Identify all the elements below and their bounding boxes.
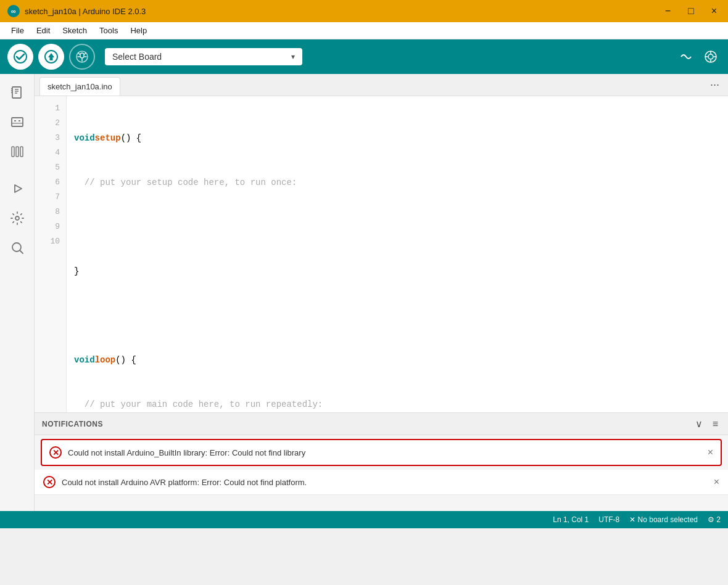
notification-message-2: Could not install Arduino AVR platform: … (62, 478, 307, 487)
code-line-1: void setup() { (74, 131, 721, 145)
line-num-2: 2 (35, 116, 66, 131)
sidebar (0, 74, 35, 511)
menu-help[interactable]: Help (124, 23, 153, 38)
status-bar: Ln 1, Col 1 UTF-8 ✕ No board selected ⚙ … (0, 511, 728, 528)
sketchbook-icon (10, 85, 25, 100)
notification-item-2: ✕ Could not install Arduino AVR platform… (35, 470, 728, 495)
settings-side-icon (10, 211, 25, 226)
line-num-1: 1 (35, 101, 66, 116)
line-num-8: 8 (35, 205, 66, 219)
notifications-header: NOTIFICATIONS ∨ ≡ (35, 413, 728, 435)
notifications-menu-button[interactable]: ≡ (710, 417, 721, 431)
debug-icon (75, 50, 89, 63)
line-num-3: 3 (35, 131, 66, 145)
title-bar: ∞ sketch_jan10a | Arduino IDE 2.0.3 − □ … (0, 0, 728, 22)
serial-plotter-button[interactable] (701, 47, 721, 67)
toolbar: Select Board ▾ (0, 39, 728, 74)
verify-icon (14, 50, 27, 63)
status-cursor: Ln 1, Col 1 (553, 515, 589, 524)
main-layout: sketch_jan10a.ino ··· 1 2 3 4 5 6 7 8 9 … (0, 74, 728, 511)
debug-side-icon (10, 181, 25, 196)
status-notif-count[interactable]: ⚙ 2 (708, 515, 721, 524)
menu-edit[interactable]: Edit (30, 23, 56, 38)
svg-marker-25 (15, 185, 22, 192)
board-select-label: Select Board (112, 52, 286, 62)
menu-tools[interactable]: Tools (93, 23, 124, 38)
svg-rect-19 (14, 120, 16, 121)
line-numbers: 1 2 3 4 5 6 7 8 9 10 (35, 96, 67, 412)
sidebar-item-search[interactable] (4, 234, 31, 261)
code-content[interactable]: void setup() { // put your setup code he… (67, 96, 728, 412)
sidebar-item-boards[interactable] (4, 108, 31, 136)
upload-icon (44, 50, 58, 63)
code-line-4: } (74, 264, 721, 279)
upload-button[interactable] (38, 44, 64, 70)
notifications-collapse-button[interactable]: ∨ (693, 417, 705, 431)
verify-button[interactable] (7, 44, 33, 70)
menu-bar: File Edit Sketch Tools Help (0, 22, 728, 39)
serial-plotter-icon (703, 49, 718, 64)
error-icon-1: ✕ (49, 446, 62, 459)
tab-sketch[interactable]: sketch_jan10a.ino (39, 77, 120, 96)
close-button[interactable]: × (708, 4, 721, 18)
code-line-2: // put your setup code here, to run once… (74, 175, 721, 190)
tab-label: sketch_jan10a.ino (48, 82, 112, 91)
libraries-icon (10, 144, 25, 159)
notification-item-1: ✕ Could not install Arduino_BuiltIn libr… (41, 439, 722, 466)
code-line-3 (74, 219, 721, 234)
search-side-icon (10, 240, 25, 255)
error-icon-2: ✕ (43, 476, 56, 488)
line-num-10: 10 (35, 234, 66, 249)
code-line-7: // put your main code here, to run repea… (74, 397, 721, 412)
code-editor[interactable]: 1 2 3 4 5 6 7 8 9 10 void setup() { // p… (35, 96, 728, 412)
sidebar-item-sketchbook[interactable] (4, 79, 31, 106)
status-encoding: UTF-8 (598, 515, 619, 524)
svg-point-26 (15, 216, 19, 220)
board-select-arrow-icon: ▾ (291, 52, 295, 61)
title-bar-left: ∞ sketch_jan10a | Arduino IDE 2.0.3 (7, 5, 146, 17)
minimize-button[interactable]: − (661, 4, 674, 18)
line-num-4: 4 (35, 145, 66, 160)
notifications-title: NOTIFICATIONS (42, 420, 688, 428)
line-num-6: 6 (35, 175, 66, 190)
tab-bar: sketch_jan10a.ino ··· (35, 74, 728, 96)
tab-more-button[interactable]: ··· (706, 77, 723, 92)
app-icon: ∞ (7, 5, 20, 17)
sidebar-item-settings[interactable] (4, 205, 31, 232)
svg-rect-20 (19, 120, 20, 121)
notification-close-1[interactable]: × (708, 447, 713, 458)
sidebar-item-libraries[interactable] (4, 138, 31, 165)
maximize-button[interactable]: □ (684, 4, 698, 18)
sidebar-item-debug[interactable] (4, 175, 31, 202)
notifications-panel: NOTIFICATIONS ∨ ≡ ✕ Could not install Ar… (35, 412, 728, 511)
svg-rect-24 (20, 147, 23, 157)
debug-button[interactable] (69, 44, 95, 70)
toolbar-right (676, 47, 721, 67)
code-line-6: void loop() { (74, 353, 721, 367)
svg-rect-23 (16, 147, 19, 157)
svg-line-28 (20, 251, 23, 254)
line-num-7: 7 (35, 190, 66, 205)
line-num-5: 5 (35, 160, 66, 175)
svg-point-6 (708, 54, 713, 59)
svg-rect-11 (12, 87, 21, 98)
svg-rect-22 (12, 147, 14, 157)
code-line-5 (74, 308, 721, 323)
menu-file[interactable]: File (5, 23, 30, 38)
notification-message-1: Could not install Arduino_BuiltIn librar… (68, 448, 305, 457)
serial-monitor-button[interactable] (676, 47, 696, 67)
svg-rect-18 (12, 118, 23, 126)
window-controls: − □ × (661, 4, 721, 18)
menu-sketch[interactable]: Sketch (56, 23, 93, 38)
editor-area: sketch_jan10a.ino ··· 1 2 3 4 5 6 7 8 9 … (35, 74, 728, 511)
status-board[interactable]: ✕ No board selected (629, 515, 698, 524)
serial-monitor-icon (679, 49, 693, 64)
boards-icon (10, 115, 25, 129)
svg-rect-3 (50, 57, 53, 60)
title-bar-title: sketch_jan10a | Arduino IDE 2.0.3 (25, 7, 146, 16)
board-select[interactable]: Select Board ▾ (105, 48, 302, 65)
line-num-9: 9 (35, 219, 66, 234)
notification-close-2[interactable]: × (714, 477, 719, 488)
